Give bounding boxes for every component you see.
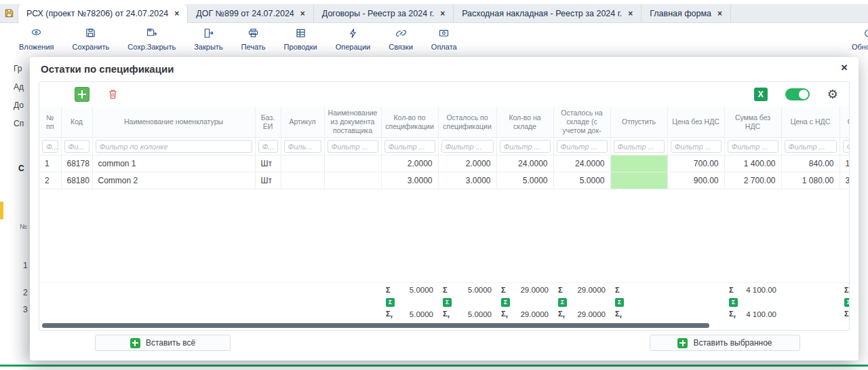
sigma-badge-icon[interactable]: Σ xyxy=(558,298,567,307)
table-row[interactable]: 1 68178 common 1 Шт 2.0000 2.0000 24.000… xyxy=(39,155,849,172)
bg-row-number: 1 xyxy=(23,261,28,270)
column-filter-input[interactable]: Фильтр ... xyxy=(728,140,778,153)
column-filter-input[interactable]: Фильтр ... xyxy=(500,140,551,153)
toolbar-button-links[interactable]: Связки xyxy=(389,28,413,51)
column-filter-input[interactable]: Филь... xyxy=(284,140,321,153)
column-header[interactable]: Баз. ЕИ xyxy=(255,107,281,138)
spec-remainders-dialog: Остатки по спецификации × X ⚙ xyxy=(30,57,859,360)
toolbar-button-refresh[interactable]: Обновить xyxy=(852,28,868,51)
toolbar-button-attachments[interactable]: Вложения xyxy=(19,28,54,51)
sigma-t-icon: Σт xyxy=(615,310,622,320)
close-icon[interactable]: × xyxy=(628,9,633,18)
insert-all-label: Вставить всё xyxy=(146,338,195,348)
toolbar-button-payment[interactable]: Оплата xyxy=(431,28,457,51)
sigma-icon: Σ xyxy=(729,286,734,294)
column-header[interactable]: Наименование номенклатуры xyxy=(92,107,255,138)
toolbar-label: Проводки xyxy=(284,43,317,51)
toolbar-label: Сохр.Закрыть xyxy=(127,43,176,51)
column-header[interactable]: Сумма с НДС xyxy=(840,107,849,138)
toolbar-button-operations[interactable]: Операции xyxy=(336,28,370,51)
cell-qty-stock: 5.0000 xyxy=(496,172,553,189)
toolbar-button-close[interactable]: Закрыть xyxy=(194,28,222,51)
column-header[interactable]: Осталось на складе (с учетом док- xyxy=(553,107,610,138)
bg-field-label: Сп xyxy=(14,119,24,128)
cell-sum-no-vat: 2 700.00 xyxy=(724,172,781,189)
column-header[interactable]: Кол-во по спецификации xyxy=(381,107,438,138)
column-header[interactable]: Отпустить xyxy=(610,107,667,138)
column-filter-input[interactable]: Фильтр ... xyxy=(614,140,665,153)
release-qty-input[interactable] xyxy=(610,155,667,172)
column-filter-input[interactable]: Фильтр ... xyxy=(671,140,722,153)
column-filter-input[interactable]: Фильтр ... xyxy=(785,140,837,153)
column-filter-input[interactable]: Фильтр ... xyxy=(384,140,435,153)
cell-left-spec: 3.0000 xyxy=(438,172,496,189)
sigma-badge-icon[interactable]: Σ xyxy=(443,298,452,307)
sigma-icon: Σ xyxy=(386,286,391,294)
tab-rashodnaya-register[interactable]: Расходная накладная - Реестр за 2024 г. … xyxy=(454,4,642,22)
sigma-badge-icon[interactable]: Σ xyxy=(844,298,849,307)
document-icon[interactable] xyxy=(0,4,18,22)
close-icon[interactable]: × xyxy=(841,61,848,75)
toolbar-button-save[interactable]: Сохранить xyxy=(73,28,110,51)
trash-icon xyxy=(107,88,119,100)
sigma-badge-icon[interactable]: Σ xyxy=(615,298,624,307)
toolbar-button-save-close[interactable]: Сохр.Закрыть xyxy=(127,28,176,51)
bg-mini-header: № пп xyxy=(20,223,29,231)
column-filter-input[interactable]: Фи... xyxy=(843,140,850,153)
insert-selected-button[interactable]: Вставить выбранное xyxy=(650,335,800,351)
column-filter-input[interactable]: Ф... xyxy=(258,140,278,153)
close-icon[interactable]: × xyxy=(440,9,445,18)
totals-row: Σ5.0000 Σ Σт5.0000 Σ5.0000 Σ Σт5.0000 Σ2… xyxy=(39,283,849,321)
close-icon[interactable]: × xyxy=(174,9,179,18)
column-filter-input[interactable]: Фильтр по колонке xyxy=(96,140,252,153)
close-icon[interactable]: × xyxy=(717,9,722,18)
column-filter-input[interactable]: Ф... xyxy=(42,140,58,153)
export-excel-button[interactable]: X xyxy=(754,88,768,101)
horizontal-scrollbar[interactable] xyxy=(42,323,709,328)
column-filter-input[interactable]: Фильтр ... xyxy=(557,140,608,153)
grid-table-icon xyxy=(294,28,307,41)
release-qty-input[interactable] xyxy=(610,172,667,189)
sigma-badge-icon[interactable]: Σ xyxy=(386,298,395,307)
column-header[interactable]: Сумма без НДС xyxy=(724,107,781,138)
filter-toggle[interactable] xyxy=(785,88,810,100)
column-header[interactable]: Наименование из документа поставщика xyxy=(324,107,381,138)
bg-field-label: До xyxy=(14,100,24,110)
totals-cell: Σ Σ Σт xyxy=(610,283,667,321)
add-row-button[interactable] xyxy=(75,87,90,102)
column-filter-input[interactable]: Фильтр ... xyxy=(328,140,378,153)
sigma-badge-icon[interactable]: Σ xyxy=(729,298,738,307)
tab-rsx[interactable]: РСХ (проект №78206) от 24.07.2024 × xyxy=(18,4,188,23)
cell-price-vat: 840.00 xyxy=(781,155,840,172)
bottom-accent-line xyxy=(0,365,868,367)
column-filter-input[interactable]: Фи... xyxy=(64,140,90,153)
tab-label: ДОГ №899 от 24.07.2024 xyxy=(196,9,294,18)
toolbar-label: Печать xyxy=(241,43,266,51)
cell-left-stock: 5.0000 xyxy=(553,172,610,189)
sigma-badge-icon[interactable]: Σ xyxy=(501,298,510,307)
column-header[interactable]: Цена с НДС xyxy=(781,107,840,138)
sigma-t-icon: Σт xyxy=(386,310,393,320)
toolbar-button-postings[interactable]: Проводки xyxy=(284,28,317,51)
tab-main-form[interactable]: Главная форма × xyxy=(642,4,731,22)
tab-dogovory-register[interactable]: Договоры - Реестр за 2024 г. × xyxy=(314,4,454,22)
insert-all-button[interactable]: Вставить всё xyxy=(95,335,231,351)
totals-cell: Σ29.0000 Σ Σт29.0000 xyxy=(496,283,553,321)
sigma-icon: Σ xyxy=(844,286,849,294)
column-header[interactable]: Артикул xyxy=(281,107,324,138)
table-panel: X ⚙ № пп Код Наимен xyxy=(39,81,850,331)
cell-unit: Шт xyxy=(255,155,281,172)
column-header[interactable]: Кол-во на складе xyxy=(496,107,553,138)
toolbar-button-print[interactable]: Печать xyxy=(241,28,266,51)
delete-row-button[interactable] xyxy=(107,88,119,100)
table-row[interactable]: 2 68180 Common 2 Шт 3.0000 3.0000 5.0000… xyxy=(39,172,849,189)
column-header[interactable]: Код xyxy=(61,107,92,138)
column-header[interactable]: Цена без НДС xyxy=(667,107,724,138)
close-icon[interactable]: × xyxy=(300,9,305,18)
settings-gear-icon[interactable]: ⚙ xyxy=(827,88,838,100)
column-header[interactable]: № пп xyxy=(39,107,61,138)
sigma-icon: Σ xyxy=(615,286,620,294)
column-filter-input[interactable]: Фильтр ... xyxy=(441,140,494,153)
tab-dog[interactable]: ДОГ №899 от 24.07.2024 × xyxy=(188,4,314,22)
column-header[interactable]: Осталось по спецификации xyxy=(438,107,496,138)
